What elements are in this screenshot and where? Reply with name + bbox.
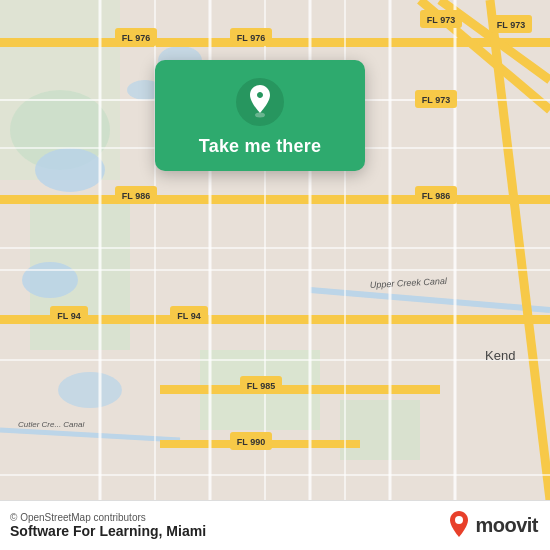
location-card[interactable]: Take me there <box>155 60 365 171</box>
moovit-pin-icon <box>447 511 471 541</box>
svg-text:Kend: Kend <box>485 348 515 363</box>
svg-text:FL 94: FL 94 <box>177 311 200 321</box>
map-area: FL 976 FL 976 FL 973 FL 973 FL 986 FL 98… <box>0 0 550 500</box>
location-pin-icon <box>236 78 284 126</box>
take-me-there-label: Take me there <box>199 136 321 157</box>
svg-text:FL 976: FL 976 <box>122 33 150 43</box>
svg-text:FL 973: FL 973 <box>427 15 455 25</box>
svg-text:FL 973: FL 973 <box>422 95 450 105</box>
copyright-text: © OpenStreetMap contributors <box>10 512 206 523</box>
svg-text:FL 973: FL 973 <box>497 20 525 30</box>
moovit-text: moovit <box>475 514 538 537</box>
svg-text:FL 976: FL 976 <box>237 33 265 43</box>
moovit-logo: moovit <box>447 511 538 541</box>
bottom-bar: © OpenStreetMap contributors Software Fo… <box>0 500 550 550</box>
svg-rect-18 <box>160 385 440 394</box>
svg-text:FL 986: FL 986 <box>422 191 450 201</box>
svg-rect-16 <box>0 195 550 204</box>
svg-point-61 <box>455 516 463 524</box>
svg-rect-5 <box>340 400 420 460</box>
svg-point-10 <box>58 372 122 408</box>
bottom-left-info: © OpenStreetMap contributors Software Fo… <box>10 512 206 539</box>
svg-point-60 <box>255 113 265 118</box>
svg-text:Cutler Cre... Canal: Cutler Cre... Canal <box>18 420 84 429</box>
svg-text:FL 990: FL 990 <box>237 437 265 447</box>
svg-text:FL 94: FL 94 <box>57 311 80 321</box>
svg-point-6 <box>35 148 105 192</box>
svg-point-7 <box>22 262 78 298</box>
svg-text:FL 985: FL 985 <box>247 381 275 391</box>
app-name: Software For Learning, Miami <box>10 523 206 539</box>
svg-text:FL 986: FL 986 <box>122 191 150 201</box>
